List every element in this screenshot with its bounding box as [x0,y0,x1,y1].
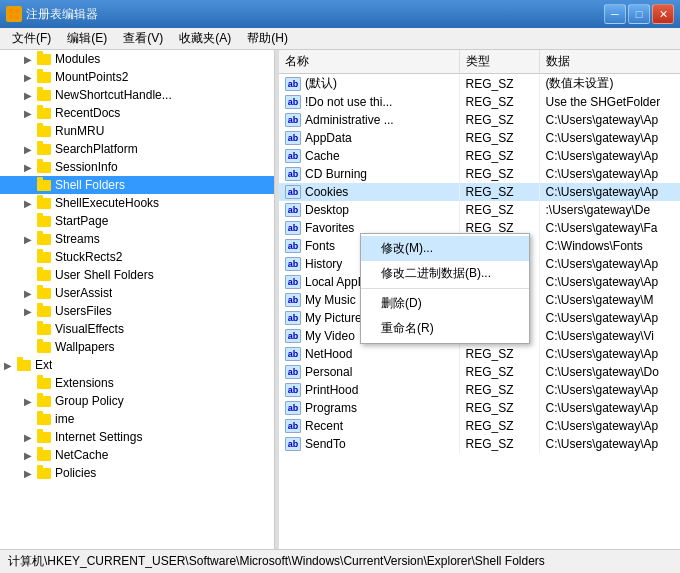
tree-item-grouppolicy[interactable]: ▶ Group Policy [0,392,274,410]
context-menu-rename[interactable]: 重命名(R) [361,316,529,341]
cell-type: REG_SZ [459,129,539,147]
cell-data: C:\Users\gateway\Do [539,363,680,381]
expand-icon: ▶ [20,159,36,175]
table-row[interactable]: abDesktopREG_SZ:\Users\gateway\De [279,201,680,219]
tree-label: Wallpapers [55,340,115,354]
cell-name: abRecent [279,417,459,435]
tree-label: Internet Settings [55,430,142,444]
tree-label: RunMRU [55,124,104,138]
cell-data: C:\Users\gateway\Ap [539,165,680,183]
expand-icon [20,177,36,193]
cell-data: (数值未设置) [539,74,680,94]
tree-item-streams[interactable]: ▶ Streams [0,230,274,248]
folder-icon [36,141,52,157]
tree-item-modules[interactable]: ▶ Modules [0,50,274,68]
svg-rect-3 [15,15,19,19]
cell-name: abAppData [279,129,459,147]
tree-item-searchplatform[interactable]: ▶ SearchPlatform [0,140,274,158]
tree-item-userassist[interactable]: ▶ UserAssist [0,284,274,302]
menu-file[interactable]: 文件(F) [4,28,59,49]
expand-icon: ▶ [20,51,36,67]
tree-panel[interactable]: ▶ Modules ▶ MountPoints2 ▶ NewShortcutHa… [0,50,275,549]
tree-label: SessionInfo [55,160,118,174]
tree-item-policies[interactable]: ▶ Policies [0,464,274,482]
cell-type: REG_SZ [459,363,539,381]
tree-item-startpage[interactable]: StartPage [0,212,274,230]
cell-type: REG_SZ [459,417,539,435]
tree-label: Ext [35,358,52,372]
tree-item-shellfolders[interactable]: Shell Folders [0,176,274,194]
folder-icon [36,375,52,391]
window-title: 注册表编辑器 [26,6,604,23]
table-row[interactable]: abNetHoodREG_SZC:\Users\gateway\Ap [279,345,680,363]
table-row[interactable]: abAdministrative ...REG_SZC:\Users\gatew… [279,111,680,129]
expand-icon [20,267,36,283]
menu-edit[interactable]: 编辑(E) [59,28,115,49]
table-row[interactable]: abSendToREG_SZC:\Users\gateway\Ap [279,435,680,453]
cell-data: C:\Users\gateway\M [539,291,680,309]
menu-view[interactable]: 查看(V) [115,28,171,49]
tree-label: ShellExecuteHooks [55,196,159,210]
menu-favorites[interactable]: 收藏夹(A) [171,28,239,49]
tree-item-stuckrects2[interactable]: StuckRects2 [0,248,274,266]
tree-item-netcache[interactable]: ▶ NetCache [0,446,274,464]
tree-item-newshortcut[interactable]: ▶ NewShortcutHandle... [0,86,274,104]
minimize-button[interactable]: ─ [604,4,626,24]
col-header-name[interactable]: 名称 [279,50,459,74]
tree-item-recentdocs[interactable]: ▶ RecentDocs [0,104,274,122]
context-menu-delete[interactable]: 删除(D) [361,291,529,316]
maximize-button[interactable]: □ [628,4,650,24]
tree-item-runmru[interactable]: RunMRU [0,122,274,140]
expand-icon: ▶ [20,87,36,103]
table-row[interactable]: abProgramsREG_SZC:\Users\gateway\Ap [279,399,680,417]
expand-icon [20,375,36,391]
expand-icon: ▶ [20,447,36,463]
tree-item-internetsettings[interactable]: ▶ Internet Settings [0,428,274,446]
table-row[interactable]: abPersonalREG_SZC:\Users\gateway\Do [279,363,680,381]
folder-icon [36,411,52,427]
cell-name: abPersonal [279,363,459,381]
cell-type: REG_SZ [459,381,539,399]
table-row[interactable]: abAppDataREG_SZC:\Users\gateway\Ap [279,129,680,147]
folder-icon [36,123,52,139]
tree-item-ext[interactable]: ▶ Ext [0,356,274,374]
cell-data: Use the SHGetFolder [539,93,680,111]
tree-item-shellexecutehooks[interactable]: ▶ ShellExecuteHooks [0,194,274,212]
table-row[interactable]: abCacheREG_SZC:\Users\gateway\Ap [279,147,680,165]
tree-item-wallpapers[interactable]: Wallpapers [0,338,274,356]
folder-icon [36,87,52,103]
context-menu-modify[interactable]: 修改(M)... [361,236,529,261]
tree-item-usershellfolders[interactable]: User Shell Folders [0,266,274,284]
col-header-type[interactable]: 类型 [459,50,539,74]
menu-help[interactable]: 帮助(H) [239,28,296,49]
table-row[interactable]: abCookiesREG_SZC:\Users\gateway\Ap [279,183,680,201]
tree-item-visualeffects[interactable]: VisualEffects [0,320,274,338]
context-menu-modify-binary[interactable]: 修改二进制数据(B)... [361,261,529,286]
folder-icon [36,339,52,355]
tree-label: User Shell Folders [55,268,154,282]
table-row[interactable]: abRecentREG_SZC:\Users\gateway\Ap [279,417,680,435]
table-row[interactable]: abPrintHoodREG_SZC:\Users\gateway\Ap [279,381,680,399]
folder-icon [36,393,52,409]
tree-item-sessioninfo[interactable]: ▶ SessionInfo [0,158,274,176]
table-row[interactable]: abCD BurningREG_SZC:\Users\gateway\Ap [279,165,680,183]
folder-icon [36,321,52,337]
folder-icon [36,195,52,211]
cell-name: abPrintHood [279,381,459,399]
col-header-data[interactable]: 数据 [539,50,680,74]
tree-item-mountpoints2[interactable]: ▶ MountPoints2 [0,68,274,86]
cell-data: C:\Users\gateway\Ap [539,147,680,165]
close-button[interactable]: ✕ [652,4,674,24]
tree-label: MountPoints2 [55,70,128,84]
tree-item-ime[interactable]: ime [0,410,274,428]
tree-item-usersfiles[interactable]: ▶ UsersFiles [0,302,274,320]
tree-label: Group Policy [55,394,124,408]
cell-data: C:\Users\gateway\Ap [539,381,680,399]
expand-icon [20,321,36,337]
cell-name: abSendTo [279,435,459,453]
tree-item-extensions[interactable]: Extensions [0,374,274,392]
cell-type: REG_SZ [459,201,539,219]
expand-icon [20,123,36,139]
table-row[interactable]: ab!Do not use thi...REG_SZUse the SHGetF… [279,93,680,111]
table-row[interactable]: ab(默认)REG_SZ(数值未设置) [279,74,680,94]
